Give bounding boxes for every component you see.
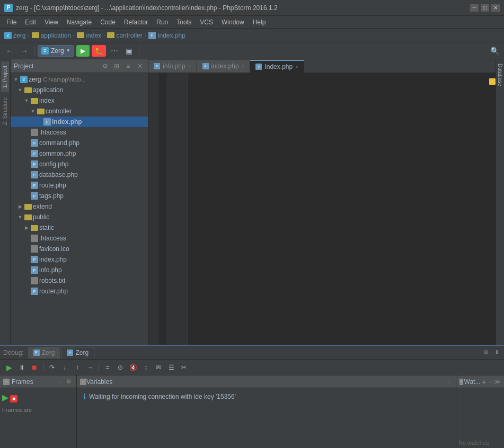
editor-tab-index-php[interactable]: PIndex.php× xyxy=(250,60,304,73)
menu-item-vcs[interactable]: VCS xyxy=(196,17,217,27)
tree-item--htaccess[interactable]: .htaccess xyxy=(11,233,148,244)
menu-item-window[interactable]: Window xyxy=(217,17,249,27)
debug-stop-button[interactable]: ⏹ xyxy=(29,362,40,373)
tree-item-index-php[interactable]: PIndex.php xyxy=(11,117,148,127)
sidebar-tab-structure[interactable]: Z: Structure xyxy=(1,93,9,129)
tree-item-router-php[interactable]: Prouter.php xyxy=(11,286,148,297)
debug-extra-3[interactable]: ☰ xyxy=(165,362,177,373)
debug-tab-zerg-1[interactable]: P Zerg xyxy=(28,347,60,359)
minimize-button[interactable]: ─ xyxy=(470,4,479,12)
menu-item-tools[interactable]: Tools xyxy=(172,17,196,27)
code-editor[interactable] xyxy=(148,73,496,345)
tree-label-13: static xyxy=(39,224,54,231)
debug-panel-tabs: Debug: P Zerg P Zerg ⚙ ⬇ xyxy=(0,346,504,360)
panel-scroll-from-source-button[interactable]: ⊞ xyxy=(112,61,121,71)
tree-item-public[interactable]: ▼public xyxy=(11,212,148,222)
menu-item-code[interactable]: Code xyxy=(96,17,120,27)
watches-more-button[interactable]: ≫ xyxy=(494,377,501,387)
close-button[interactable]: ✕ xyxy=(491,4,500,12)
frames-settings-btn[interactable]: ⚙ xyxy=(65,378,73,386)
tab-close-0[interactable]: × xyxy=(188,64,191,69)
tree-item-config-php[interactable]: Pconfig.php xyxy=(11,159,148,169)
toolbar-back-button[interactable]: ← xyxy=(3,44,16,57)
editor-tab-index-php[interactable]: Pindex.php× xyxy=(197,60,251,73)
menu-item-view[interactable]: View xyxy=(40,17,63,27)
tree-item-common-php[interactable]: Pcommon.php xyxy=(11,148,148,159)
menu-item-run[interactable]: Run xyxy=(152,17,172,27)
editor-tab-info-php[interactable]: Pinfo.php× xyxy=(148,60,197,73)
code-content[interactable] xyxy=(188,73,496,345)
variables-pin-btn[interactable]: → xyxy=(444,378,453,386)
tree-item-route-php[interactable]: Proute.php xyxy=(11,180,148,191)
sidebar-tab-project[interactable]: 1: Project xyxy=(1,61,9,92)
tab-close-2[interactable]: × xyxy=(295,64,298,70)
watches-remove-button[interactable]: − xyxy=(488,377,493,387)
coverage-button[interactable]: ▣ xyxy=(123,44,136,57)
frames-pin-btn[interactable]: → xyxy=(55,378,64,386)
run-config-dropdown[interactable]: Z Zerg ▼ xyxy=(38,45,74,57)
debug-pause-button[interactable]: ⏸ xyxy=(16,362,28,373)
debug-breakpoints-button[interactable]: ⊙ xyxy=(114,362,126,373)
debug-step-into-button[interactable]: ↓ xyxy=(59,362,70,373)
menu-item-file[interactable]: File xyxy=(2,17,21,27)
tree-root-path: C:\xampp\htdo... xyxy=(43,76,86,83)
tab-close-1[interactable]: × xyxy=(242,64,245,69)
tree-item-robots-txt[interactable]: robots.txt xyxy=(11,275,148,286)
panel-settings-btn[interactable]: ⚙ xyxy=(482,348,490,357)
tree-item-command-php[interactable]: Pcommand.php xyxy=(11,138,148,148)
panel-download-btn[interactable]: ⬇ xyxy=(492,348,501,357)
menu-item-refactor[interactable]: Refactor xyxy=(120,17,152,27)
tree-item-favicon-ico[interactable]: favicon.ico xyxy=(11,244,148,254)
bp-line-1 xyxy=(148,73,159,83)
debug-extra-4[interactable]: ✂ xyxy=(178,362,190,373)
breadcrumb-item-controller[interactable]: controller xyxy=(107,32,142,39)
more-run-button[interactable]: ⋯ xyxy=(108,44,121,57)
debug-button[interactable]: 🐛 xyxy=(92,45,106,57)
breadcrumb-item-zerg[interactable]: Zzerg xyxy=(4,32,25,39)
debug-step-out-button[interactable]: ↑ xyxy=(72,362,83,373)
toolbar-forward-button[interactable]: → xyxy=(18,44,31,57)
debug-mute-button[interactable]: 🔇 xyxy=(127,362,139,373)
menu-bar: FileEditViewNavigateCodeRefactorRunTools… xyxy=(0,16,504,29)
tree-item-database-php[interactable]: Pdatabase.php xyxy=(11,169,148,180)
tree-item-root[interactable]: ▼ Z zerg C:\xampp\htdo... xyxy=(11,74,148,85)
panel-collapse-button[interactable]: ≡ xyxy=(123,61,133,71)
tree-item-controller[interactable]: ▼controller xyxy=(11,106,148,117)
maximize-button[interactable]: □ xyxy=(481,4,489,12)
breadcrumb-item-index-php[interactable]: PIndex.php xyxy=(148,32,185,39)
panel-settings-button[interactable]: ⚙ xyxy=(100,61,110,71)
tree-arrow-root: ▼ xyxy=(13,76,19,83)
frames-run-button[interactable]: ▶ xyxy=(2,392,8,402)
debug-run-to-cursor-button[interactable]: → xyxy=(84,362,96,373)
menu-item-help[interactable]: Help xyxy=(249,17,270,27)
breadcrumb-item-application[interactable]: application xyxy=(32,32,71,39)
tree-item-extend[interactable]: ▶extend xyxy=(11,201,148,212)
tree-file-icon-9: P xyxy=(31,182,38,189)
debug-tab-zerg-2[interactable]: P Zerg xyxy=(61,347,94,359)
watches-add-button[interactable]: + xyxy=(481,377,487,387)
frames-stop-button[interactable]: ■ xyxy=(10,395,17,402)
tree-item-info-php[interactable]: Pinfo.php xyxy=(11,265,148,275)
debug-resume-button[interactable]: ▶ xyxy=(3,362,15,373)
debug-eval-button[interactable]: = xyxy=(102,362,113,373)
tree-item-tags-php[interactable]: Ptags.php xyxy=(11,191,148,201)
debug-extra-2[interactable]: ✉ xyxy=(153,362,164,373)
panel-close-button[interactable]: ✕ xyxy=(135,61,145,71)
tree-label-5: command.php xyxy=(39,139,79,147)
tree-item--htaccess[interactable]: .htaccess xyxy=(11,127,148,138)
run-button[interactable]: ▶ xyxy=(76,45,90,57)
menu-item-navigate[interactable]: Navigate xyxy=(63,17,96,27)
debug-extra-1[interactable]: ↕ xyxy=(140,362,152,373)
tree-item-static[interactable]: ▶static xyxy=(11,222,148,233)
tree-item-application[interactable]: ▼application xyxy=(11,85,148,95)
tree-item-index-php[interactable]: Pindex.php xyxy=(11,254,148,265)
breadcrumb-item-index[interactable]: index xyxy=(77,32,101,39)
frames-content: ▶ ■ Frames are xyxy=(0,388,76,448)
debug-step-over-button[interactable]: ↷ xyxy=(46,362,58,373)
tree-item-index[interactable]: ▼index xyxy=(11,95,148,106)
title-bar: P zerg - [C:\xampp\htdocs\zerg] - ...\ap… xyxy=(0,0,504,16)
menu-item-edit[interactable]: Edit xyxy=(21,17,40,27)
search-button[interactable]: 🔍 xyxy=(488,44,501,57)
tree-file-icon-15 xyxy=(31,245,38,253)
database-sidebar-tab[interactable]: Database xyxy=(496,59,504,91)
